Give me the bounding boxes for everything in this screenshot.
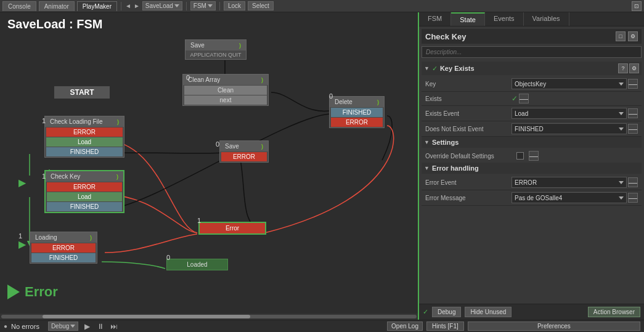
select-btn[interactable]: Select — [248, 1, 274, 10]
not-exist-minus-btn[interactable]: — — [628, 124, 638, 134]
nav-next-btn[interactable]: ► — [134, 2, 140, 9]
step-btn[interactable]: ⏭ — [109, 322, 119, 331]
fsm-canvas[interactable]: SaveLoad : FSM — [0, 12, 419, 320]
no-errors-text: No errors — [11, 323, 39, 330]
override-checkbox[interactable] — [516, 152, 524, 160]
hints-btn[interactable]: Hints [F1] — [426, 322, 464, 331]
check-loading-file-node[interactable]: Check Loading File ) ERROR Load FINISHED — [44, 116, 124, 158]
description-input[interactable] — [422, 46, 642, 58]
clean-array-node[interactable]: Clean Array ) Clean next — [182, 74, 269, 106]
open-log-btn[interactable]: Open Log — [387, 322, 423, 331]
play-btn[interactable]: ▶ — [82, 322, 92, 331]
clean-array-title: Clean Array ) — [183, 75, 268, 85]
error-state-text: Error — [25, 284, 58, 300]
key-minus-btn[interactable]: — — [628, 79, 638, 89]
panel-bottom: ✓ Debug Hide Unused Action Browser — [419, 304, 644, 320]
delete-finished-event[interactable]: FINISHED — [331, 108, 383, 117]
exists-prop-label: Exists — [425, 95, 512, 102]
check-key-node[interactable]: Check Key ) ERROR Load FINISHED — [44, 170, 124, 213]
settings-section-header[interactable]: ▼ Settings — [422, 137, 642, 148]
maximize-btn[interactable]: ⊡ — [632, 1, 642, 11]
start-node: START — [54, 86, 110, 99]
delete-node[interactable]: Delete ) FINISHED ERROR — [329, 96, 385, 128]
check-key-header-icons: □ ⚙ — [616, 31, 638, 41]
loaded-title: Loaded — [167, 259, 227, 270]
error-message-minus-btn[interactable]: — — [628, 193, 638, 203]
main-content: SaveLoad : FSM — [0, 12, 644, 320]
not-exist-event-dropdown-val: FINISHED — [515, 126, 544, 132]
exists-event-minus-btn[interactable]: — — [628, 108, 638, 118]
tab-fsm[interactable]: FSM — [419, 12, 451, 26]
key-dropdown-chevron-icon — [619, 83, 624, 86]
not-exist-event-value: FINISHED — — [512, 123, 638, 134]
loaded-node[interactable]: Loaded — [166, 259, 228, 270]
save-quit-subtitle: APPLICATION QUIT — [185, 51, 246, 59]
delete-error-event[interactable]: ERROR — [331, 118, 383, 127]
ck-finished-event[interactable]: FINISHED — [47, 202, 122, 211]
section-gear-icon[interactable]: ⚙ — [629, 63, 639, 73]
error-result-node[interactable]: Error — [198, 222, 266, 235]
canvas-scrollbar[interactable] — [0, 314, 418, 320]
scrollbar-thumb[interactable] — [43, 315, 250, 318]
save-node[interactable]: Save ) ERROR — [219, 140, 269, 163]
tab-animator[interactable]: Animator — [39, 1, 75, 11]
loading-node[interactable]: Loading ) ERROR FINISHED — [30, 232, 97, 264]
save-quit-node[interactable]: Save ) APPLICATION QUIT — [185, 39, 247, 60]
status-left: ● No errors Debug ▶ ⏸ ⏭ Open Log — [4, 322, 423, 331]
exists-event-prop-row: Exists Event Load — — [422, 106, 642, 121]
next-event[interactable]: next — [184, 95, 267, 105]
exists-minus-btn[interactable]: — — [519, 94, 529, 103]
num-label-0-3: 0 — [216, 140, 219, 148]
loading-finished-event[interactable]: FINISHED — [31, 253, 96, 262]
tab-playmaker[interactable]: PlayMaker — [77, 1, 117, 11]
saveload-dropdown[interactable]: SaveLoad — [142, 1, 182, 10]
gear-icon[interactable]: ⚙ — [628, 31, 638, 41]
exists-prop-value: ✓ — — [512, 94, 638, 103]
override-settings-label: Override Default Settings — [425, 153, 512, 160]
error-event-dropdown[interactable]: ERROR — [512, 177, 627, 188]
error-handling-section-header[interactable]: ▼ Error handling — [422, 163, 642, 174]
panel-content: Check Key □ ⚙ ▼ ✓ Key Exists ? ⚙ — [419, 26, 644, 304]
action-browser-btn[interactable]: Action Browser — [588, 307, 640, 317]
exists-event-dropdown[interactable]: Load — [512, 108, 627, 119]
status-bar: ● No errors Debug ▶ ⏸ ⏭ Open Log Hints [… — [0, 320, 644, 332]
fsm-dropdown[interactable]: FSM — [190, 1, 216, 10]
saveload-chevron-icon — [174, 4, 179, 7]
tab-console[interactable]: Console — [2, 1, 36, 11]
exists-checkmark-icon: ✓ — [512, 94, 518, 103]
start-label: START — [54, 86, 110, 99]
pause-btn[interactable]: ⏸ — [96, 322, 105, 331]
error-message-prop-row: Error Message Pas de GOSalle4 — — [422, 190, 642, 206]
override-minus-btn[interactable]: — — [529, 151, 539, 161]
error-event-minus-btn[interactable]: — — [628, 177, 638, 187]
tab-events[interactable]: Events — [485, 12, 524, 26]
hide-unused-btn[interactable]: Hide Unused — [465, 307, 512, 317]
tab-state[interactable]: State — [451, 12, 485, 26]
lock-btn[interactable]: Lock — [224, 1, 245, 10]
nav-prev-btn[interactable]: ◄ — [125, 2, 131, 9]
clf-load-event[interactable]: Load — [46, 137, 123, 147]
check-key-title: Check Key ) — [46, 171, 123, 182]
preferences-btn[interactable]: Preferences — [468, 322, 640, 331]
debug-dropdown[interactable]: Debug — [48, 322, 78, 331]
exists-event-label: Exists Event — [425, 110, 512, 117]
error-message-dropdown[interactable]: Pas de GOSalle4 — [512, 192, 627, 203]
tab-variables[interactable]: Variables — [524, 12, 569, 26]
not-exist-event-dropdown[interactable]: FINISHED — [512, 123, 627, 134]
key-dropdown[interactable]: ObjectsKey — [512, 78, 627, 89]
debug-btn[interactable]: Debug — [432, 307, 461, 317]
ck-error-event[interactable]: ERROR — [47, 182, 122, 192]
clf-error-event[interactable]: ERROR — [46, 128, 123, 137]
loading-error-event[interactable]: ERROR — [31, 243, 96, 253]
exists-event-value: Load — — [512, 108, 638, 119]
toggle-icon[interactable]: □ — [616, 31, 626, 41]
save-error-event[interactable]: ERROR — [221, 152, 267, 161]
key-prop-row: Key ObjectsKey — — [422, 76, 642, 92]
key-exists-section-header[interactable]: ▼ ✓ Key Exists ? ⚙ — [422, 62, 642, 75]
error-event-dropdown-val: ERROR — [515, 179, 537, 186]
ck-load-event[interactable]: Load — [47, 192, 122, 201]
override-settings-row: Override Default Settings — — [422, 149, 642, 163]
clean-event[interactable]: Clean — [184, 86, 267, 95]
clf-finished-event[interactable]: FINISHED — [46, 147, 123, 156]
section-help-icon[interactable]: ? — [618, 63, 628, 73]
